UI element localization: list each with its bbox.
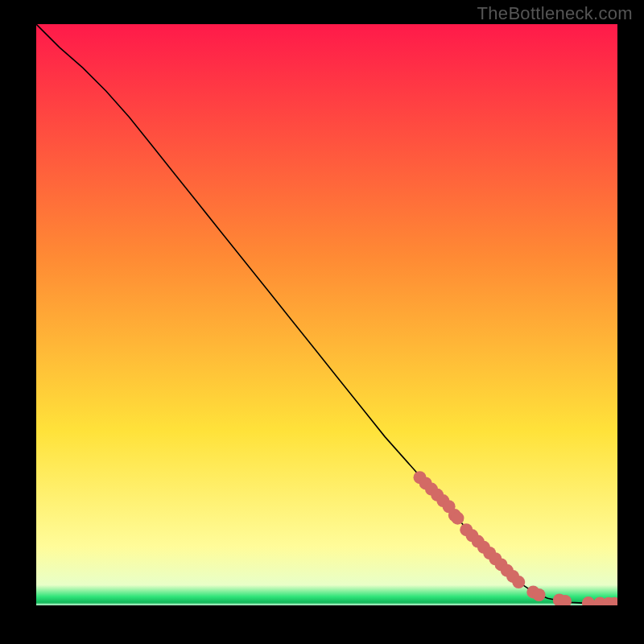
data-point (451, 512, 464, 525)
plot-svg (36, 24, 617, 605)
chart-stage: TheBottleneck.com (0, 0, 644, 644)
data-point (533, 588, 546, 601)
plot-frame (36, 24, 617, 605)
data-point (512, 576, 525, 588)
watermark-text: TheBottleneck.com (477, 3, 633, 24)
